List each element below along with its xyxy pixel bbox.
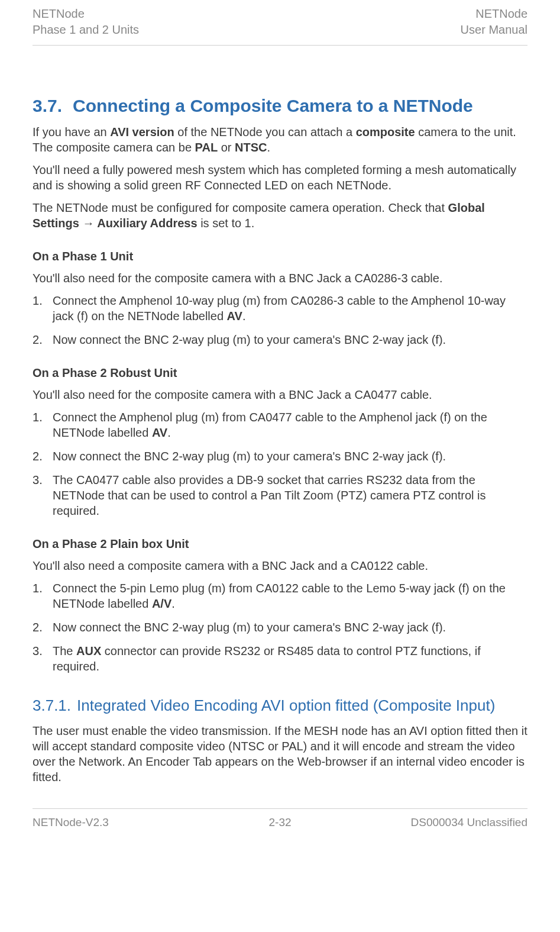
footer-classification: DS000034 Unclassified xyxy=(362,816,527,829)
text: Connect the Amphenol 10-way plug (m) fro… xyxy=(53,294,506,323)
list-item: The AUX connector can provide RS232 or R… xyxy=(33,643,527,674)
text: . xyxy=(242,309,246,323)
intro-paragraph-2: You'll need a fully powered mesh system … xyxy=(33,162,527,193)
phase1-intro: You'll also need for the composite camer… xyxy=(33,270,527,286)
text: If you have an xyxy=(33,125,110,138)
subsection-heading: 3.7.1.Integrated Video Encoding AVI opti… xyxy=(33,696,527,715)
phase1-list: Connect the Amphenol 10-way plug (m) fro… xyxy=(33,293,527,347)
text: Connect the 5-pin Lemo plug (m) from CA0… xyxy=(53,582,506,610)
phase1-heading: On a Phase 1 Unit xyxy=(33,250,527,263)
phase2-robust-intro: You'll also need for the composite camer… xyxy=(33,387,527,402)
subsection-title: Integrated Video Encoding AVI option fit… xyxy=(77,696,495,714)
text-bold: AVI version xyxy=(110,125,174,138)
footer-version: NETNode-V2.3 xyxy=(33,816,198,829)
text-bold: PAL xyxy=(195,141,218,154)
text: The xyxy=(53,644,76,657)
text: The NETNode must be configured for compo… xyxy=(33,201,448,214)
header-right: NETNode User Manual xyxy=(461,6,527,38)
section-title: Connecting a Composite Camera to a NETNo… xyxy=(73,96,473,115)
text: or xyxy=(218,141,235,154)
text-bold: AUX xyxy=(76,644,101,657)
list-item: Now connect the BNC 2-way plug (m) to yo… xyxy=(33,620,527,635)
subsection-paragraph: The user must enable the video transmiss… xyxy=(33,723,527,785)
document-page: NETNode Phase 1 and 2 Units NETNode User… xyxy=(0,0,560,841)
intro-paragraph-3: The NETNode must be configured for compo… xyxy=(33,200,527,231)
list-item: The CA0477 cable also provides a DB-9 so… xyxy=(33,472,527,518)
text-bold: NTSC xyxy=(235,141,267,154)
list-item: Connect the Amphenol 10-way plug (m) fro… xyxy=(33,293,527,324)
text: Connect the Amphenol plug (m) from CA047… xyxy=(53,411,487,439)
text: . xyxy=(167,426,171,439)
text-bold: A/V xyxy=(152,597,171,610)
header-product: NETNode xyxy=(33,6,139,22)
text-bold: AV xyxy=(227,309,242,323)
text: of the NETNode you can attach a xyxy=(174,125,356,138)
footer-page-number: 2-32 xyxy=(198,816,362,829)
list-item: Now connect the BNC 2-way plug (m) to yo… xyxy=(33,449,527,464)
section-number: 3.7. xyxy=(33,96,62,115)
text: is set to 1. xyxy=(198,217,255,230)
text: connector can provide RS232 or RS485 dat… xyxy=(53,644,481,673)
text-bold: AV xyxy=(152,426,167,439)
header-product-right: NETNode xyxy=(461,6,527,22)
phase2-plain-heading: On a Phase 2 Plain box Unit xyxy=(33,537,527,551)
intro-paragraph-1: If you have an AVI version of the NETNod… xyxy=(33,124,527,155)
header-subtitle: Phase 1 and 2 Units xyxy=(33,22,139,38)
subsection-number: 3.7.1. xyxy=(33,696,71,714)
list-item: Connect the Amphenol plug (m) from CA047… xyxy=(33,409,527,440)
list-item: Now connect the BNC 2-way plug (m) to yo… xyxy=(33,332,527,347)
text-bold: composite xyxy=(356,125,415,138)
page-footer: NETNode-V2.3 2-32 DS000034 Unclassified xyxy=(33,808,527,829)
section-heading: 3.7.Connecting a Composite Camera to a N… xyxy=(33,96,527,116)
phase2-plain-intro: You'll also need a composite camera with… xyxy=(33,558,527,573)
phase2-plain-list: Connect the 5-pin Lemo plug (m) from CA0… xyxy=(33,581,527,674)
text: . xyxy=(171,597,175,610)
page-header: NETNode Phase 1 and 2 Units NETNode User… xyxy=(33,6,527,46)
phase2-robust-list: Connect the Amphenol plug (m) from CA047… xyxy=(33,409,527,518)
list-item: Connect the 5-pin Lemo plug (m) from CA0… xyxy=(33,581,527,611)
header-doc-type: User Manual xyxy=(461,22,527,38)
text: . xyxy=(267,141,270,154)
page-body: 3.7.Connecting a Composite Camera to a N… xyxy=(33,96,527,785)
phase2-robust-heading: On a Phase 2 Robust Unit xyxy=(33,366,527,380)
header-left: NETNode Phase 1 and 2 Units xyxy=(33,6,139,38)
